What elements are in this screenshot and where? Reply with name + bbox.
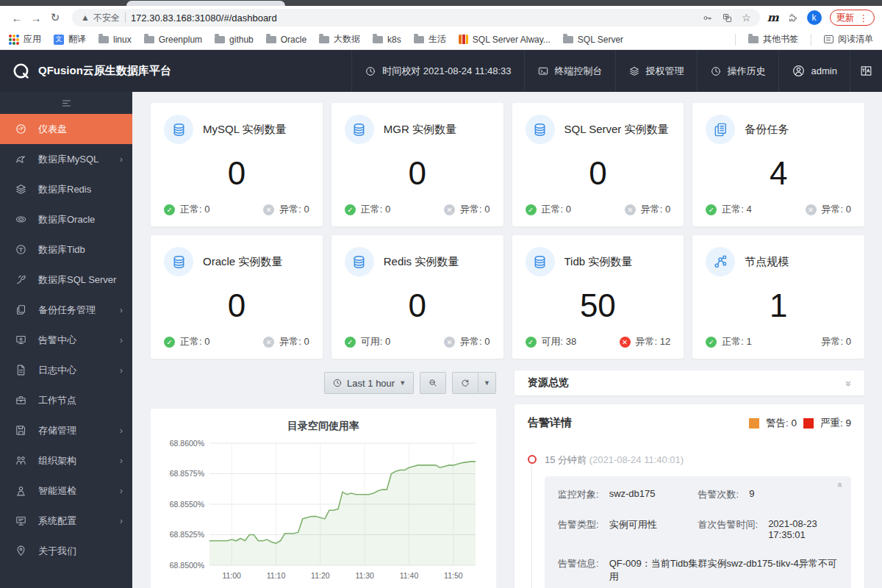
documents-icon bbox=[706, 115, 735, 144]
sidebar-item-storage[interactable]: 存储管理 › bbox=[0, 415, 132, 445]
alarm-timestamp: (2021-08-24 11:40:01) bbox=[589, 454, 684, 465]
sidebar-item-dashboard[interactable]: 仪表盘 bbox=[0, 114, 132, 144]
sidebar-item-tidb[interactable]: 数据库Tidb bbox=[0, 234, 132, 265]
resource-overview-bar[interactable]: 资源总览 » bbox=[514, 370, 864, 395]
card-value: 0 bbox=[164, 276, 309, 335]
chevron-right-icon: › bbox=[120, 485, 123, 496]
user-avatar-icon bbox=[792, 64, 806, 78]
chevron-right-icon: › bbox=[120, 154, 123, 165]
stat-card[interactable]: Redis 实例数量0✓可用: 0✕异常: 0 bbox=[331, 235, 503, 359]
sidebar-item-mysql[interactable]: 数据库MySQL › bbox=[0, 144, 132, 174]
svg-text:11:20: 11:20 bbox=[311, 571, 330, 580]
sidebar: 仪表盘 数据库MySQL › 数据库Redis 数据库Oracle 数据库Tid… bbox=[0, 92, 132, 588]
sidebar-item-alert-center[interactable]: 告警中心 › bbox=[0, 325, 132, 355]
bookmark-apps[interactable]: 应用 bbox=[9, 33, 41, 46]
refresh-button[interactable] bbox=[452, 372, 478, 394]
operation-history[interactable]: 操作历史 bbox=[697, 50, 778, 92]
card-stat: ✕异常: 0 bbox=[444, 335, 490, 348]
chart-column: Last 1 hour ▼ ▼ bbox=[151, 370, 496, 588]
svg-text:11:00: 11:00 bbox=[222, 571, 241, 580]
check-circle-icon: ✓ bbox=[526, 337, 537, 348]
browser-active-tab[interactable] bbox=[126, 1, 285, 6]
authorization-management[interactable]: 授权管理 bbox=[615, 50, 697, 92]
bookmark-folder[interactable]: github bbox=[215, 35, 254, 45]
time-range-button[interactable]: Last 1 hour ▼ bbox=[324, 372, 414, 394]
bookmark-folder[interactable]: 大数据 bbox=[319, 33, 360, 46]
app-header: QFusion云原生数据库平台 时间校对 2021-08-24 11:48:33… bbox=[0, 50, 882, 92]
network-icon bbox=[706, 247, 735, 276]
user-menu[interactable]: admin bbox=[778, 50, 850, 92]
usage-chart[interactable]: 68.8600%68.8575%68.8550%68.8525%68.8500%… bbox=[159, 437, 483, 584]
card-stat: ✓正常: 0 bbox=[164, 335, 209, 348]
sidebar-item-redis[interactable]: 数据库Redis bbox=[0, 174, 132, 204]
x-circle-icon: ✕ bbox=[444, 204, 455, 215]
stat-card[interactable]: SQL Server 实例数量0✓正常: 0✕异常: 0 bbox=[512, 103, 684, 226]
card-stat: ✓正常: 1 bbox=[706, 335, 751, 348]
sidebar-item-log-center[interactable]: 日志中心 › bbox=[0, 355, 132, 385]
stat-card[interactable]: MGR 实例数量0✓正常: 0✕异常: 0 bbox=[331, 103, 503, 226]
bookmarks-divider bbox=[735, 34, 736, 46]
back-icon[interactable]: ← bbox=[7, 12, 26, 24]
stat-card[interactable]: Oracle 实例数量0✓正常: 0✕异常: 0 bbox=[151, 235, 323, 359]
bookmark-star-icon[interactable]: ☆ bbox=[742, 12, 751, 24]
refresh-interval-dropdown[interactable]: ▼ bbox=[478, 372, 496, 394]
bookmark-translate[interactable]: 文 翻译 bbox=[54, 33, 86, 46]
extensions-puzzle-icon[interactable] bbox=[787, 12, 799, 24]
sidebar-item-backup-tasks[interactable]: 备份任务管理 › bbox=[0, 295, 132, 325]
zoom-out-button[interactable] bbox=[420, 372, 446, 394]
profile-avatar[interactable]: k bbox=[807, 10, 822, 25]
x-circle-icon: ✕ bbox=[263, 337, 274, 348]
sidebar-item-system-config[interactable]: 系统配置 › bbox=[0, 506, 132, 536]
bookmark-sqlserver-always[interactable]: SQL Server Alway... bbox=[459, 35, 551, 45]
bookmark-folder[interactable]: SQL Server bbox=[563, 35, 623, 45]
check-circle-icon: ✓ bbox=[345, 337, 356, 348]
sidebar-item-organization[interactable]: 组织架构 › bbox=[0, 445, 132, 476]
address-bar[interactable]: ▲ 不安全 172.30.83.168:31080/#/dashboard ☆ bbox=[72, 9, 760, 26]
stat-card[interactable]: 备份任务4✓正常: 4✕异常: 0 bbox=[692, 103, 864, 226]
bookmark-folder[interactable]: 生活 bbox=[414, 33, 446, 46]
time-calibration[interactable]: 时间校对 2021-08-24 11:48:33 bbox=[351, 50, 523, 92]
key-icon[interactable] bbox=[702, 12, 713, 24]
collapse-up-icon[interactable]: » bbox=[835, 484, 845, 488]
alarm-detail-panel: 告警详情 警告: 0 严重: 9 15 分钟前 (20 bbox=[514, 404, 864, 588]
terminal-console[interactable]: 终端控制台 bbox=[524, 50, 615, 92]
stat-card[interactable]: 节点规模1✓正常: 1✕异常: 0 bbox=[692, 235, 864, 359]
apps-grid-icon bbox=[9, 35, 19, 45]
chrome-menu-icon[interactable]: ⋮ bbox=[859, 12, 869, 24]
bookmark-folder[interactable]: linux bbox=[98, 35, 132, 45]
translate-icon[interactable] bbox=[722, 12, 733, 24]
reading-list[interactable]: 阅读清单 bbox=[824, 33, 873, 46]
card-title: SQL Server 实例数量 bbox=[564, 123, 669, 137]
card-title: Redis 实例数量 bbox=[384, 255, 459, 269]
sidebar-item-about[interactable]: 关于我们 bbox=[0, 536, 132, 566]
chevron-right-icon: › bbox=[120, 304, 123, 315]
sqlserver-badge-icon bbox=[459, 35, 468, 44]
chrome-update-button[interactable]: 更新 ⋮ bbox=[830, 10, 875, 26]
bookmark-folder[interactable]: Greenplum bbox=[144, 35, 202, 45]
sidebar-item-inspection[interactable]: 智能巡检 › bbox=[0, 476, 132, 506]
stat-card[interactable]: MySQL 实例数量0✓正常: 0✕异常: 0 bbox=[151, 103, 323, 226]
extension-m-icon[interactable]: m bbox=[767, 11, 779, 24]
folder-icon bbox=[563, 36, 573, 43]
bookmark-folder[interactable]: Oracle bbox=[266, 35, 306, 45]
forward-icon[interactable]: → bbox=[26, 12, 46, 24]
x-circle-icon: ✕ bbox=[263, 204, 274, 215]
reload-icon[interactable]: ↻ bbox=[46, 11, 65, 24]
url-text[interactable]: 172.30.83.168:31080/#/dashboard bbox=[131, 12, 697, 24]
svg-text:68.8575%: 68.8575% bbox=[170, 469, 204, 478]
other-bookmarks[interactable]: 其他书签 bbox=[748, 33, 798, 46]
svg-text:11:30: 11:30 bbox=[355, 571, 374, 580]
sidebar-item-sqlserver[interactable]: 数据库SQL Server bbox=[0, 265, 132, 295]
sidebar-item-worker-nodes[interactable]: 工作节点 bbox=[0, 385, 132, 415]
language-toggle[interactable] bbox=[850, 50, 882, 92]
clock-icon bbox=[332, 378, 343, 388]
not-secure-warning[interactable]: ▲ 不安全 bbox=[81, 12, 120, 24]
sidebar-item-oracle[interactable]: 数据库Oracle bbox=[0, 204, 132, 234]
brand[interactable]: QFusion云原生数据库平台 bbox=[0, 50, 351, 92]
stat-card[interactable]: Tidb 实例数量50✓可用: 38✕异常: 12 bbox=[512, 235, 684, 359]
sidebar-collapse-button[interactable] bbox=[0, 92, 132, 114]
bookmark-folder[interactable]: k8s bbox=[373, 35, 401, 45]
svg-text:11:50: 11:50 bbox=[444, 571, 463, 580]
save-icon bbox=[15, 424, 27, 437]
double-chevron-down-icon[interactable]: » bbox=[843, 381, 855, 385]
